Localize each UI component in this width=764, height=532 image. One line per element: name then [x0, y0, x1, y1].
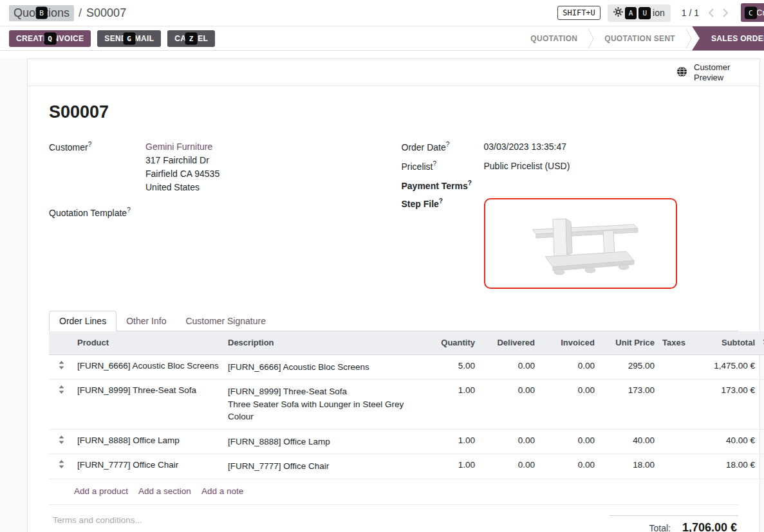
create-button[interactable]: C Create [741, 3, 764, 22]
sheet-topbar: Customer Preview [28, 59, 759, 86]
column-header-delivered: Delivered [479, 331, 539, 355]
add-a-product-link[interactable]: Add a product [74, 486, 128, 496]
cell-unit-price[interactable]: 295.00 [599, 354, 658, 380]
step-file-field-label: Step File? [402, 197, 484, 289]
table-row[interactable]: [FURN_8888] Office Lamp [FURN_8888] Offi… [49, 429, 764, 454]
cell-product[interactable]: [FURN_8888] Office Lamp [73, 429, 224, 454]
form-sheet: Customer Preview S00007 Customer? Gemini… [27, 59, 760, 532]
cell-delivered[interactable]: 0.00 [479, 429, 539, 454]
pricelist-field-value[interactable]: Public Pricelist (USD) [484, 160, 739, 173]
cell-product[interactable]: [FURN_6666] Acoustic Bloc Screens [73, 354, 224, 380]
cell-delivered[interactable]: 0.00 [479, 354, 539, 380]
step-file-image[interactable] [484, 198, 677, 289]
cell-invoiced[interactable]: 0.00 [539, 429, 599, 454]
breadcrumb-separator: / [79, 6, 82, 20]
help-icon: ? [439, 197, 443, 205]
column-header-unit-price: Unit Price [599, 331, 658, 355]
notebook-tabs: Order Lines Other Info Customer Signatur… [49, 311, 738, 331]
drag-handle-icon[interactable] [59, 436, 64, 446]
field-step-file: Step File? [402, 197, 739, 289]
cell-subtotal: 40.00 € [689, 429, 759, 454]
cell-quantity[interactable]: 1.00 [419, 454, 479, 479]
cell-description[interactable]: [FURN_6666] Acoustic Bloc Screens [224, 354, 419, 380]
stage-separator-icon [685, 28, 692, 50]
table-row[interactable]: [FURN_8999] Three-Seat Sofa [FURN_8999] … [49, 380, 764, 430]
tab-other-info[interactable]: Other Info [116, 311, 176, 331]
column-header-quantity: Quantity [419, 331, 479, 355]
column-header-invoiced: Invoiced [539, 331, 599, 355]
cell-description[interactable]: [FURN_7777] Office Chair [224, 454, 419, 479]
table-row[interactable]: [FURN_6666] Acoustic Bloc Screens [FURN_… [49, 354, 764, 380]
address-line: 317 Fairchild Dr [145, 154, 386, 167]
action-buttons: CREATE INVOICE Q SEND EMAIL G CANCEL Z [9, 30, 215, 47]
field-pricelist: Pricelist? Public Pricelist (USD) [402, 160, 739, 173]
drag-handle-icon[interactable] [59, 386, 64, 396]
cell-unit-price[interactable]: 173.00 [599, 380, 658, 430]
order-lines-table: Product Description Quantity Delivered I… [49, 331, 764, 479]
tab-customer-signature[interactable]: Customer Signature [176, 311, 275, 331]
create-button-label: Create [756, 8, 764, 17]
customer-address: 317 Fairchild Dr Fairfield CA 94535 Unit… [145, 154, 386, 194]
breadcrumb-current: S00007 [86, 6, 126, 20]
order-date-field-value[interactable]: 03/03/2023 13:35:47 [484, 140, 739, 154]
stage-sales-order[interactable]: SALES ORDER [692, 26, 764, 51]
drag-handle-icon[interactable] [59, 461, 64, 470]
breadcrumb: Quotations B / S00007 [9, 5, 126, 21]
field-group-left: Customer? Gemini Furniture 317 Fairchild… [49, 140, 386, 289]
shortcut-badge-create-invoice: Q [44, 32, 56, 44]
cell-unit-price[interactable]: 18.00 [599, 454, 658, 479]
quotation-template-field-value[interactable] [145, 206, 386, 218]
cell-product[interactable]: [FURN_7777] Office Chair [73, 454, 224, 479]
cell-taxes[interactable] [658, 354, 689, 380]
payment-terms-field-value[interactable] [484, 179, 739, 191]
control-panel-row: CREATE INVOICE Q SEND EMAIL G CANCEL Z Q… [0, 26, 764, 51]
help-icon: ? [127, 206, 131, 214]
cell-invoiced[interactable]: 0.00 [539, 354, 599, 380]
total-value: 1,706.00 € [682, 521, 737, 532]
action-menu-button[interactable]: A U ion [608, 5, 671, 22]
shortcut-badge-create: C [745, 6, 757, 19]
customer-link[interactable]: Gemini Furniture [145, 142, 212, 152]
pager-next-button[interactable] [723, 8, 728, 17]
add-a-section-link[interactable]: Add a section [138, 486, 191, 496]
terms-and-conditions-placeholder[interactable]: Terms and conditions... [53, 515, 142, 525]
add-a-note-link[interactable]: Add a note [201, 486, 243, 496]
stage-quotation[interactable]: QUOTATION [520, 26, 588, 50]
address-line: United States [145, 181, 386, 194]
cell-quantity[interactable]: 1.00 [419, 380, 479, 430]
customer-field-label: Customer? [49, 140, 145, 194]
cancel-button[interactable]: CANCEL Z [167, 30, 215, 47]
globe-icon [676, 66, 687, 79]
pricelist-field-label: Pricelist? [402, 160, 484, 173]
drag-handle-icon[interactable] [59, 362, 64, 371]
cell-taxes[interactable] [658, 429, 689, 454]
breadcrumb-quotations[interactable]: Quotations B [9, 5, 74, 21]
tab-order-lines[interactable]: Order Lines [49, 311, 116, 331]
cell-unit-price[interactable]: 40.00 [599, 429, 658, 454]
cell-description[interactable]: [FURN_8888] Office Lamp [224, 429, 419, 454]
page-title: S00007 [49, 100, 738, 124]
cell-quantity[interactable]: 1.00 [419, 429, 479, 454]
action-menu-label-fragment: ion [653, 8, 665, 18]
cell-taxes[interactable] [658, 380, 689, 430]
cell-delivered[interactable]: 0.00 [479, 454, 539, 479]
cell-delivered[interactable]: 0.00 [479, 380, 539, 430]
cell-invoiced[interactable]: 0.00 [539, 380, 599, 430]
table-row[interactable]: [FURN_7777] Office Chair [FURN_7777] Off… [49, 454, 764, 479]
customer-preview-link[interactable]: Customer Preview [694, 62, 736, 82]
cell-product[interactable]: [FURN_8999] Three-Seat Sofa [73, 380, 224, 430]
field-order-date: Order Date? 03/03/2023 13:35:47 [402, 140, 739, 154]
cell-quantity[interactable]: 5.00 [419, 354, 479, 380]
shortcut-badge-cancel: Z [185, 32, 198, 44]
cell-invoiced[interactable]: 0.00 [539, 454, 599, 479]
pager-counter: 1 / 1 [682, 8, 699, 18]
top-navigation-bar: Quotations B / S00007 SHIFT+U A U ion 1 … [0, 0, 764, 26]
stage-quotation-sent[interactable]: QUOTATION SENT [594, 26, 685, 50]
cell-taxes[interactable] [658, 454, 689, 479]
help-icon: ? [433, 160, 437, 167]
create-invoice-button[interactable]: CREATE INVOICE Q [9, 30, 91, 47]
pager-previous-button[interactable] [709, 8, 714, 17]
cell-description[interactable]: [FURN_8999] Three-Seat Sofa Three Seater… [224, 380, 419, 430]
send-email-button[interactable]: SEND EMAIL G [97, 30, 161, 47]
shortcut-badge-breadcrumb: B [35, 7, 48, 19]
